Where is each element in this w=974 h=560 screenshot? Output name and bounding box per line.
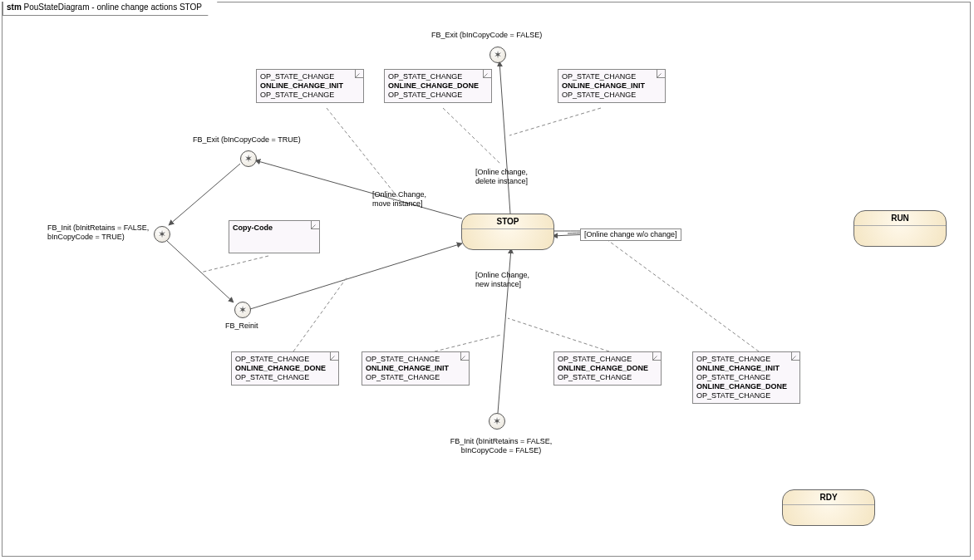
state-rdy-label: RDY: [783, 490, 874, 502]
note-n3: OP_STATE_CHANGE ONLINE_CHANGE_INIT OP_ST…: [558, 69, 666, 103]
label-fb-init-false-l1: FB_Init (bInitRetains = FALSE,: [447, 437, 555, 446]
note-n6-l3: OP_STATE_CHANGE: [558, 373, 632, 381]
note-n5-l1: OP_STATE_CHANGE: [366, 355, 440, 363]
label-fb-exit-false: FB_Exit (bInCopyCode = FALSE): [431, 31, 542, 40]
note-n4-l1: OP_STATE_CHANGE: [235, 355, 309, 363]
note-n6-l2: ONLINE_CHANGE_DONE: [558, 364, 657, 373]
note-n1-l3: OP_STATE_CHANGE: [260, 91, 334, 99]
state-run: RUN: [853, 210, 947, 247]
note-n7: OP_STATE_CHANGE ONLINE_CHANGE_INIT OP_ST…: [692, 351, 800, 404]
guard-self-loop: [Online change w/o change]: [580, 228, 681, 241]
guard-move-l2: move instance]: [372, 199, 423, 209]
note-n5-l3: OP_STATE_CHANGE: [366, 373, 440, 381]
note-n2-l1: OP_STATE_CHANGE: [388, 72, 462, 81]
svg-line-13: [508, 318, 609, 351]
note-n7-l2: ONLINE_CHANGE_INIT: [696, 364, 796, 373]
state-stop-label: STOP: [462, 214, 553, 226]
svg-line-3: [167, 241, 234, 302]
note-n7-l5: OP_STATE_CHANGE: [696, 391, 770, 400]
note-copy-code-l1: Copy-Code: [233, 224, 316, 233]
pseudo-fb-reinit: ✶: [234, 302, 251, 318]
diagram-title-tab: stm PouStateDiagram - online change acti…: [2, 2, 218, 16]
state-stop: STOP: [461, 214, 554, 250]
note-n7-l4: ONLINE_CHANGE_DONE: [696, 382, 796, 391]
svg-line-8: [443, 108, 501, 165]
note-n1-l2: ONLINE_CHANGE_INIT: [260, 81, 360, 91]
note-n5-l2: ONLINE_CHANGE_INIT: [366, 364, 465, 373]
label-fb-exit-true: FB_Exit (bInCopyCode = TRUE): [193, 135, 301, 145]
title-prefix: stm: [7, 2, 22, 12]
note-n2-l2: ONLINE_CHANGE_DONE: [388, 81, 488, 91]
note-n7-l1: OP_STATE_CHANGE: [696, 355, 770, 363]
svg-line-10: [200, 256, 268, 273]
note-copy-code: Copy-Code: [229, 220, 320, 253]
label-fb-reinit: FB_Reinit: [225, 322, 258, 331]
note-n5: OP_STATE_CHANGE ONLINE_CHANGE_INIT OP_ST…: [362, 351, 470, 386]
title-main: PouStateDiagram - online change actions …: [24, 2, 202, 12]
guard-new-l1: [Online Change,: [475, 271, 529, 280]
label-fb-init-true-l1: FB_Init (bInitRetains = FALSE,: [47, 224, 149, 233]
note-n1: OP_STATE_CHANGE ONLINE_CHANGE_INIT OP_ST…: [256, 69, 364, 103]
note-n4: OP_STATE_CHANGE ONLINE_CHANGE_DONE OP_ST…: [231, 351, 339, 386]
svg-line-0: [499, 61, 510, 214]
svg-line-14: [601, 235, 759, 351]
guard-delete-l2: delete instance]: [475, 177, 528, 186]
note-n3-l1: OP_STATE_CHANGE: [562, 72, 636, 81]
note-n2: OP_STATE_CHANGE ONLINE_CHANGE_DONE OP_ST…: [384, 69, 492, 103]
svg-line-7: [327, 108, 401, 202]
note-n3-l3: OP_STATE_CHANGE: [562, 91, 636, 99]
pseudo-fb-exit-true: ✶: [240, 150, 257, 167]
pseudo-fb-exit-false: ✶: [489, 47, 506, 63]
note-n7-l3: OP_STATE_CHANGE: [696, 373, 770, 381]
svg-line-1: [255, 160, 462, 219]
note-n4-l3: OP_STATE_CHANGE: [235, 373, 309, 381]
svg-line-12: [435, 335, 501, 351]
state-run-label: RUN: [854, 211, 946, 223]
note-n6-l1: OP_STATE_CHANGE: [558, 355, 632, 363]
svg-line-9: [509, 108, 601, 135]
guard-new-l2: new instance]: [475, 280, 521, 289]
note-n3-l2: ONLINE_CHANGE_INIT: [562, 81, 662, 91]
note-n6: OP_STATE_CHANGE ONLINE_CHANGE_DONE OP_ST…: [553, 351, 662, 386]
guard-delete-l1: [Online change,: [475, 168, 528, 177]
pseudo-fb-init-false: ✶: [489, 413, 505, 430]
diagram-frame: stm PouStateDiagram - online change acti…: [2, 2, 971, 557]
guard-move-l1: [Online Change,: [372, 190, 426, 199]
state-rdy: RDY: [782, 489, 875, 526]
note-n1-l1: OP_STATE_CHANGE: [260, 72, 334, 81]
label-fb-init-true-l2: bInCopyCode = TRUE): [47, 233, 125, 242]
pseudo-fb-init-true: ✶: [154, 226, 170, 243]
note-n4-l2: ONLINE_CHANGE_DONE: [235, 364, 335, 373]
note-n2-l3: OP_STATE_CHANGE: [388, 91, 462, 99]
svg-line-11: [293, 277, 347, 351]
label-fb-init-false-l2: bInCopyCode = FALSE): [447, 446, 555, 455]
svg-line-2: [169, 164, 240, 225]
